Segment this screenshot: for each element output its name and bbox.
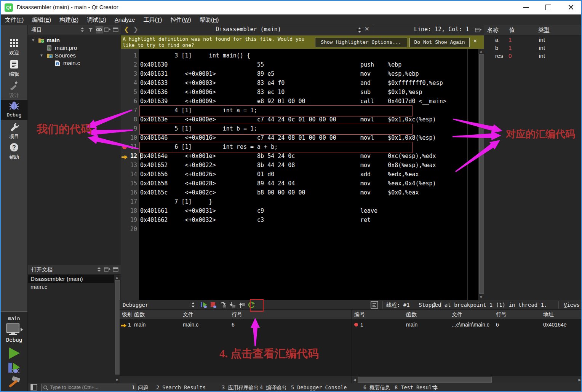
column-header-行号[interactable]: 行号 — [229, 310, 354, 319]
source-line[interactable]: 7 [1] } — [140, 197, 213, 206]
menu-构建B[interactable]: 构建(B) — [55, 14, 83, 25]
asm-line[interactable]: 0x401652 <+0x0022> 8b 44 24 08 mov 0x8(%… — [140, 161, 436, 170]
source-line[interactable]: 3 [1] int main() { — [140, 51, 250, 60]
scroll-down-icon[interactable]: ▼ — [114, 378, 120, 382]
split-panel-icon[interactable] — [104, 266, 112, 273]
close-notification-icon[interactable]: ✕ — [473, 38, 477, 44]
menu-Analyze[interactable]: Analyze — [110, 14, 139, 25]
mode-help[interactable]: ?帮助 — [1, 142, 27, 162]
step-out-button[interactable] — [238, 301, 246, 309]
output-tab-4 编译输出[interactable]: 4 编译输出 — [260, 383, 286, 392]
toggle-left-sidebar-icon[interactable] — [30, 384, 38, 392]
nav-back-button[interactable]: ❮ — [124, 25, 129, 33]
line-number-10[interactable]: 10 — [122, 133, 137, 142]
column-header-name[interactable]: 名称 — [484, 25, 510, 35]
mode-projects[interactable]: 项目 — [1, 121, 27, 142]
row-cell-行号[interactable]: 6 — [496, 320, 543, 329]
scroll-left-icon[interactable]: ◀ — [352, 378, 357, 382]
mode-design[interactable]: 设计 — [1, 80, 27, 100]
asm-line[interactable]: 0x401656 <+0x0026> 01 d0 add %edx,%eax — [140, 170, 419, 179]
row-cell-文件[interactable]: ...e\main\main.c — [452, 320, 496, 329]
line-number-8[interactable]: 8 — [122, 115, 137, 124]
debugger-engine-label[interactable]: Debugger — [123, 300, 148, 310]
line-number-13[interactable]: 13 — [122, 161, 137, 170]
line-number-16[interactable]: 16 — [122, 188, 137, 197]
nav-forward-button[interactable]: ❯ — [133, 25, 138, 33]
row-cell-文件[interactable]: main.c — [183, 320, 232, 329]
editor-scrollbar[interactable]: ▲ ▼ — [478, 49, 484, 300]
menu-工具T[interactable]: 工具(T) — [139, 14, 166, 25]
close-document-button[interactable]: ✕ — [365, 25, 369, 32]
line-number-5[interactable]: 5 — [122, 88, 137, 97]
line-number-19[interactable]: 19 — [122, 215, 137, 225]
show-highlighter-options-button[interactable]: Show Highlighter Options... — [315, 38, 407, 47]
do-not-show-again-button[interactable]: Do Not Show Again — [409, 38, 470, 47]
asm-line[interactable]: 0x401661 <+0x0031> c9 leave — [140, 206, 377, 215]
line-number-7[interactable]: 7 — [122, 106, 137, 115]
asm-line[interactable]: 0x401636 <+0x0006> 83 ec 10 sub $0x10,%e… — [140, 88, 422, 97]
column-header-行号[interactable]: 行号 — [494, 310, 544, 319]
asm-line[interactable]: 0x40165c <+0x002c> b8 00 00 00 00 mov $0… — [140, 188, 419, 197]
document-dropdown[interactable]: Disassembler (main) — [185, 26, 311, 33]
asm-line[interactable]: 0x401639 <+0x0009> e8 92 01 00 00 call 0… — [140, 97, 446, 106]
tree-item-main[interactable]: ▼Qtmain — [28, 37, 121, 44]
link-with-editor-icon[interactable] — [96, 26, 103, 33]
line-number-17[interactable]: 17 — [122, 197, 137, 206]
mode-debug[interactable]: Debug — [1, 100, 27, 120]
close-button[interactable] — [562, 1, 580, 14]
column-header-函数[interactable]: 函数 — [132, 310, 183, 319]
asm-line[interactable]: 0x401658 <+0x0028> 89 44 24 04 mov %eax,… — [140, 179, 436, 188]
scroll-down-icon[interactable]: ▼ — [478, 295, 484, 299]
panel-combo-icon[interactable] — [96, 266, 103, 273]
start-debugging-button[interactable] — [7, 362, 22, 375]
asm-line[interactable]: 0x401630 55 push %ebp — [140, 60, 401, 69]
disassembly-editor[interactable]: 1234567891011121314151617181920 3 [1] in… — [121, 49, 484, 300]
output-panes-combo-icon[interactable] — [433, 384, 438, 392]
column-header-文件[interactable]: 文件 — [449, 310, 496, 319]
step-into-button[interactable] — [229, 301, 237, 309]
asm-line[interactable]: 0x401631 <+0x0001> 89 e5 mov %esp,%ebp — [140, 69, 419, 78]
stop-button[interactable] — [210, 301, 217, 309]
filter-icon[interactable] — [87, 26, 95, 33]
mode-welcome[interactable]: 欢迎 — [1, 37, 27, 58]
output-tab-2 Search Results[interactable]: 2 Search Results — [156, 383, 206, 392]
menu-控件W[interactable]: 控件(W) — [166, 14, 195, 25]
column-header-文件[interactable]: 文件 — [181, 310, 232, 319]
expander-icon[interactable]: ▼ — [40, 52, 43, 59]
line-number-14[interactable]: 14 — [122, 170, 137, 179]
menu-帮助H[interactable]: 帮助(H) — [195, 14, 223, 25]
row-cell-编号[interactable]: 1 — [360, 320, 412, 329]
open-doc-Disassembler (main)[interactable]: Disassembler (main) — [28, 275, 116, 283]
column-header-地址[interactable]: 地址 — [541, 310, 582, 319]
collapse-panel-icon[interactable] — [112, 26, 120, 33]
tree-item-Sources[interactable]: ▼cSources — [28, 52, 121, 59]
scroll-right-icon[interactable]: ▶ — [577, 378, 582, 382]
editor-gutter[interactable]: 1234567891011121314151617181920 — [121, 49, 139, 300]
maximize-button[interactable] — [539, 1, 557, 14]
breakpoint-icon[interactable] — [122, 145, 127, 149]
row-cell-行号[interactable]: 6 — [232, 320, 353, 329]
open-doc-main.c[interactable]: main.c — [28, 283, 116, 291]
column-header-type[interactable]: 类型 — [535, 25, 582, 35]
split-editor-icon[interactable] — [475, 27, 482, 35]
row-cell-地址[interactable]: 0x40164e — [543, 320, 582, 329]
continue-button[interactable] — [200, 301, 208, 309]
line-number-15[interactable]: 15 — [122, 179, 137, 188]
tree-item-main.pro[interactable]: Qtmain.pro — [28, 44, 121, 52]
line-number-4[interactable]: 4 — [122, 78, 137, 88]
menu-文件F[interactable]: 文件(F) — [1, 14, 28, 25]
column-header-value[interactable]: 值 — [506, 25, 539, 35]
row-cell-函数[interactable]: main — [134, 320, 183, 329]
document-combo-icon[interactable] — [357, 27, 362, 35]
expander-icon[interactable]: ▼ — [31, 37, 35, 44]
output-tab-6 概要信息[interactable]: 6 概要信息 — [363, 383, 390, 392]
output-tab-8 Test Results[interactable]: 8 Test Results — [395, 383, 438, 392]
column-header-函数[interactable]: 函数 — [404, 310, 452, 319]
output-tab-3 应用程序输出[interactable]: 3 应用程序输出 — [222, 383, 259, 392]
mode-edit[interactable]: 编辑 — [1, 59, 27, 79]
run-button[interactable] — [8, 347, 21, 360]
output-tab-5 Debugger Console[interactable]: 5 Debugger Console — [291, 383, 347, 392]
collapse-panel-icon[interactable] — [112, 266, 120, 273]
open-docs-scrollbar[interactable]: ▲ ▼ — [114, 275, 120, 383]
breakpoints-hscrollbar[interactable]: ◀ ▶ — [352, 376, 582, 383]
